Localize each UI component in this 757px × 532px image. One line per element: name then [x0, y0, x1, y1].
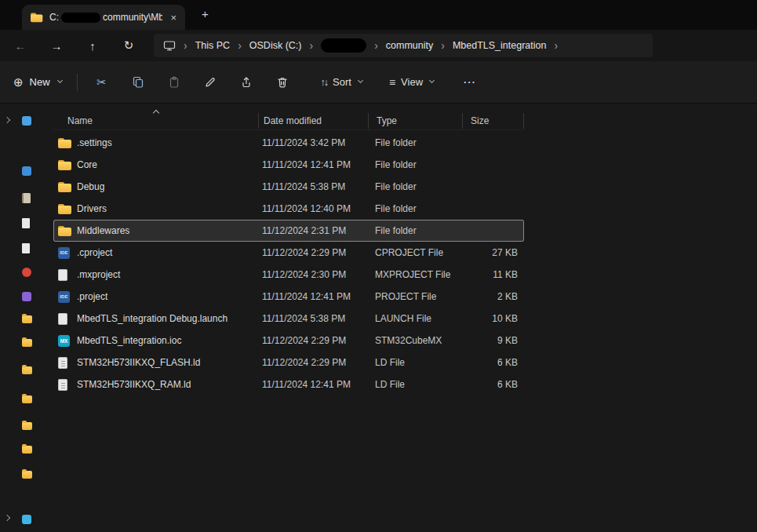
file-name: STM32H573IIKXQ_FLASH.ld: [77, 357, 262, 368]
file-type: STM32CubeMX: [375, 335, 469, 346]
breadcrumb-this-pc[interactable]: This PC: [195, 40, 230, 51]
folder-icon[interactable]: [22, 446, 32, 454]
file-type: LD File: [375, 379, 469, 390]
forward-button[interactable]: →: [42, 33, 71, 58]
app-icon-blue[interactable]: [22, 166, 31, 176]
file-type: File folder: [375, 225, 469, 236]
file-row[interactable]: Drivers 11/11/2024 12:40 PM File folder: [53, 198, 524, 220]
file-type: File folder: [375, 203, 469, 214]
tab-close-icon[interactable]: ×: [168, 12, 179, 24]
scissors-icon: ✂: [96, 75, 107, 89]
share-button[interactable]: [228, 68, 264, 97]
chevron-right-icon: ›: [238, 40, 242, 51]
expand-chevron-icon[interactable]: [4, 515, 10, 521]
sort-button[interactable]: ↑↓ Sort: [311, 68, 372, 97]
breadcrumb-drive[interactable]: OSDisk (C:): [249, 40, 302, 51]
explorer-body: Name Date modified Type Size .settings 1…: [0, 104, 757, 532]
file-row-selected[interactable]: Middlewares 11/12/2024 2:31 PM File fold…: [53, 220, 524, 242]
file-date-modified: 11/11/2024 3:42 PM: [262, 137, 375, 148]
title-bar: C: community\MbedT × +: [0, 0, 757, 30]
mx-file-icon: MX: [58, 335, 70, 347]
chevron-right-icon: ›: [184, 40, 187, 51]
file-date-modified: 11/11/2024 5:38 PM: [262, 181, 375, 192]
ide-file-icon: IDE: [58, 247, 70, 259]
explorer-tab[interactable]: C: community\MbedT ×: [22, 5, 185, 30]
document-icon[interactable]: [22, 243, 30, 253]
chevron-right-icon: ›: [309, 40, 313, 51]
trash-icon: [276, 76, 289, 89]
breadcrumb-current-folder[interactable]: MbedTLS_integration: [453, 40, 547, 51]
app-icon-blue[interactable]: [22, 116, 31, 126]
computer-icon[interactable]: [22, 515, 31, 524]
file-row[interactable]: .settings 11/11/2024 3:42 PM File folder: [53, 132, 524, 154]
new-button[interactable]: ⊕ New: [5, 68, 71, 97]
document-icon[interactable]: [22, 218, 30, 228]
back-button[interactable]: ←: [6, 33, 35, 58]
file-size: 2 KB: [469, 291, 524, 302]
column-header-date-modified[interactable]: Date modified: [259, 113, 369, 129]
file-row[interactable]: .mxproject 11/12/2024 2:30 PM MXPROJECT …: [53, 264, 524, 286]
chevron-right-icon: ›: [554, 40, 558, 51]
file-size: 11 KB: [469, 269, 524, 280]
file-row[interactable]: STM32H573IIKXQ_RAM.ld 11/11/2024 12:41 P…: [53, 373, 524, 395]
navigation-bar: ← → ↑ ↻ › This PC › OSDisk (C:) › › comm…: [0, 30, 757, 61]
file-type: MXPROJECT File: [375, 269, 469, 280]
app-icon-purple[interactable]: [22, 292, 31, 301]
column-header-size[interactable]: Size: [463, 113, 524, 129]
new-button-label: New: [30, 76, 50, 88]
file-name: .cproject: [77, 247, 262, 258]
folder-icon[interactable]: [22, 471, 32, 479]
new-tab-button[interactable]: +: [202, 7, 209, 20]
file-row[interactable]: MbedTLS_integration Debug.launch 11/11/2…: [53, 308, 524, 330]
rename-button[interactable]: [192, 68, 228, 97]
file-row[interactable]: MX MbedTLS_integration.ioc 11/12/2024 2:…: [53, 330, 524, 352]
expand-chevron-icon[interactable]: [4, 117, 10, 123]
file-date-modified: 11/12/2024 2:30 PM: [262, 269, 375, 280]
file-date-modified: 11/12/2024 2:29 PM: [262, 357, 375, 368]
folder-icon[interactable]: [22, 395, 32, 403]
share-icon: [240, 76, 253, 89]
file-row[interactable]: Core 11/11/2024 12:41 PM File folder: [53, 154, 524, 176]
up-button[interactable]: ↑: [78, 33, 107, 58]
folder-icon[interactable]: [22, 422, 32, 430]
tab-title: C: community\MbedT: [49, 12, 162, 23]
file-type: File folder: [375, 159, 469, 170]
view-button[interactable]: ≡ View: [380, 68, 443, 97]
paste-button[interactable]: [156, 68, 192, 97]
plus-circle-icon: ⊕: [13, 76, 24, 88]
file-date-modified: 11/11/2024 12:41 PM: [262, 159, 375, 170]
folder-icon[interactable]: [22, 339, 32, 347]
folder-icon[interactable]: [22, 315, 32, 323]
this-pc-icon: [163, 39, 176, 52]
tab-title-prefix: C:: [49, 12, 59, 23]
see-more-button[interactable]: ⋯: [451, 68, 487, 97]
notebook-icon[interactable]: [22, 193, 31, 203]
column-header-type[interactable]: Type: [369, 113, 463, 129]
sort-arrows-icon: ↑↓: [321, 77, 328, 88]
view-button-label: View: [401, 76, 423, 88]
ld-file-icon: [58, 379, 67, 391]
folder-icon[interactable]: [22, 366, 32, 374]
file-type: CPROJECT File: [375, 247, 469, 258]
file-size: 10 KB: [469, 313, 524, 324]
app-icon-red[interactable]: [22, 268, 31, 277]
file-row[interactable]: IDE .project 11/11/2024 12:41 PM PROJECT…: [53, 286, 524, 308]
copy-button[interactable]: [120, 68, 156, 97]
refresh-button[interactable]: ↻: [115, 33, 143, 58]
file-date-modified: 11/11/2024 12:41 PM: [262, 291, 375, 302]
view-list-icon: ≡: [389, 76, 395, 89]
file-date-modified: 11/12/2024 2:29 PM: [262, 335, 375, 346]
cut-button[interactable]: ✂: [84, 68, 120, 97]
delete-button[interactable]: [264, 68, 300, 97]
file-row[interactable]: Debug 11/11/2024 5:38 PM File folder: [53, 176, 524, 198]
file-size: 9 KB: [469, 335, 524, 346]
chevron-down-icon: [358, 78, 363, 83]
file-name: .project: [77, 291, 262, 302]
file-row[interactable]: STM32H573IIKXQ_FLASH.ld 11/12/2024 2:29 …: [53, 352, 524, 373]
file-row[interactable]: IDE .cproject 11/12/2024 2:29 PM CPROJEC…: [53, 242, 524, 264]
breadcrumb-community[interactable]: community: [386, 40, 433, 51]
address-bar[interactable]: › This PC › OSDisk (C:) › › community › …: [154, 34, 653, 57]
chevron-down-icon: [57, 78, 63, 83]
file-date-modified: 11/11/2024 5:38 PM: [262, 313, 375, 324]
file-type: LD File: [375, 357, 469, 368]
